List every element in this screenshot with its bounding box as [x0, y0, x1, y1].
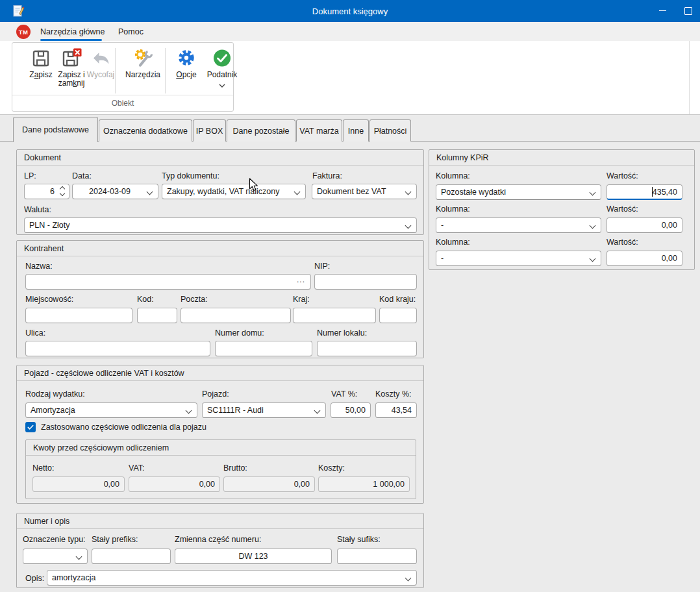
typ-dokumentu-combobox[interactable]: Zakupy, wydatki, VAT naliczony [162, 184, 306, 199]
pojazd-combobox[interactable]: SC1111R - Audi [202, 402, 326, 418]
undo-label: Wycofaj [87, 71, 115, 79]
chevron-down-icon [76, 554, 82, 560]
nazwa-input[interactable]: ... [25, 274, 311, 290]
kolumna-label: Kolumna: [436, 171, 470, 180]
minimize-icon [659, 10, 666, 11]
kolumna-combobox-2[interactable]: - [436, 217, 601, 233]
taxpayer-button[interactable]: Podatnik [203, 48, 241, 90]
taxpayer-label: Podatnik [207, 71, 238, 79]
tools-icon [132, 48, 153, 69]
group-dokument-title: Dokument [17, 150, 423, 166]
chevron-down-icon [314, 408, 321, 414]
tab-oznaczenia-dodatkowe[interactable]: Oznaczenia dodatkowe [99, 119, 192, 142]
wartosc-input-2[interactable]: 0,00 [606, 217, 682, 233]
group-kolumny-kpir: Kolumny KPiR Kolumna: Wartość: Pozostałe… [429, 149, 695, 270]
koszty-label: Koszty: [318, 463, 345, 473]
lp-spinner[interactable]: 6 [24, 184, 69, 199]
options-gear-icon [176, 48, 197, 69]
numer-domu-input[interactable] [215, 341, 312, 356]
wartosc-input-3[interactable]: 0,00 [606, 251, 682, 266]
tab-platnosci[interactable]: Płatności [369, 119, 411, 142]
poczta-input[interactable] [181, 308, 291, 323]
czesciowe-odliczenia-checkbox[interactable] [25, 422, 36, 432]
window-title: Dokument księgowy [0, 6, 700, 16]
options-button[interactable]: Opcje [171, 48, 202, 79]
undo-button[interactable]: Wycofaj [82, 48, 119, 79]
save-label: Zapisz [29, 71, 52, 79]
kod-label: Kod: [137, 295, 154, 304]
kolumna-label: Kolumna: [436, 204, 470, 214]
browse-button[interactable]: ... [297, 275, 305, 284]
tools-button[interactable]: Narzędzia [120, 48, 166, 79]
save-close-label: Zapisz i zamknij [58, 71, 84, 88]
ribbon-tab-home[interactable]: Narzędzia główne [40, 22, 105, 41]
group-numer-i-opis: Numer i opis Oznaczenie typu: Stały pref… [16, 513, 424, 588]
waluta-combobox[interactable]: PLN - Złoty [24, 217, 417, 233]
nip-label: NIP: [314, 262, 330, 271]
spinner-arrows-icon[interactable] [60, 187, 64, 195]
chevron-down-icon [590, 256, 596, 262]
maximize-button[interactable] [675, 0, 700, 21]
kraj-input[interactable] [293, 308, 376, 323]
wartosc-label: Wartość: [606, 204, 638, 214]
checkmark-icon [27, 423, 34, 431]
brutto-label: Brutto: [223, 463, 247, 473]
wartosc-input-1[interactable]: 435,40 [606, 184, 682, 200]
numer-lokalu-input[interactable] [317, 341, 417, 356]
data-combobox[interactable]: 2024-03-09 [72, 184, 158, 199]
staly-prefiks-input[interactable] [92, 549, 171, 564]
chevron-down-icon [219, 80, 225, 90]
group-kontrahent-title: Kontrahent [17, 241, 423, 256]
wartosc-label: Wartość: [606, 238, 638, 247]
chevron-down-icon [590, 223, 596, 229]
nip-input[interactable] [314, 274, 417, 290]
kraj-label: Kraj: [293, 295, 310, 304]
ribbon-group-label: Obiekt [12, 95, 233, 111]
opis-combobox[interactable]: amortyzacja [47, 570, 417, 586]
group-kwoty: Kwoty przed częściowym odliczeniem Netto… [25, 439, 416, 499]
miejscowosc-label: Miejscowość: [25, 295, 73, 304]
vat-procent-input[interactable]: 50,00 [331, 402, 371, 418]
minimize-button[interactable] [649, 0, 675, 21]
save-icon [31, 48, 51, 69]
oznaczenie-typu-label: Oznaczenie typu: [23, 535, 86, 544]
kolumna-combobox-1[interactable]: Pozostałe wydatki [436, 184, 601, 200]
koszty-procent-label: Koszty %: [375, 389, 412, 399]
netto-label: Netto: [32, 463, 54, 473]
koszty-input: 1 000,00 [318, 476, 410, 492]
tab-inne[interactable]: Inne [343, 119, 369, 142]
opis-label: Opis: [25, 574, 44, 583]
rodzaj-wydatku-label: Rodzaj wydatku: [25, 389, 85, 399]
staly-sufiks-input[interactable] [337, 549, 417, 564]
koszty-procent-input[interactable]: 43,54 [375, 402, 417, 418]
oznaczenie-typu-combobox[interactable] [23, 549, 88, 564]
save-close-icon [61, 48, 82, 69]
chevron-down-icon [405, 189, 412, 195]
chevron-down-icon [405, 575, 412, 582]
ulica-input[interactable] [25, 341, 210, 356]
kolumna-label: Kolumna: [436, 238, 470, 247]
tab-vat-marza[interactable]: VAT marża [296, 119, 342, 142]
app-logo[interactable]: TM [16, 25, 31, 39]
zmienna-czesc-label: Zmienna część numeru: [175, 535, 261, 544]
faktura-label: Faktura: [312, 171, 342, 180]
tab-dane-podstawowe[interactable]: Dane podstawowe [13, 117, 98, 142]
miejscowosc-input[interactable] [25, 308, 132, 323]
ribbon-edge-divider [689, 41, 690, 114]
brutto-input: 0,00 [223, 476, 315, 492]
lp-label: LP: [24, 171, 36, 180]
tab-dane-pozostale[interactable]: Dane pozostałe [227, 119, 295, 142]
kod-kraju-input[interactable] [379, 308, 417, 323]
kod-input[interactable] [137, 308, 177, 323]
ribbon-tab-help[interactable]: Pomoc [118, 22, 144, 41]
vat-label: VAT: [129, 463, 145, 473]
tab-ip-box[interactable]: IP BOX [193, 119, 226, 142]
taxpayer-check-icon [212, 48, 232, 69]
faktura-combobox[interactable]: Dokument bez VAT [312, 184, 417, 199]
rodzaj-wydatku-combobox[interactable]: Amortyzacja [25, 402, 197, 418]
kolumna-combobox-3[interactable]: - [436, 251, 601, 266]
group-pojazd-title: Pojazd - częściowe odliczenie VAT i kosz… [17, 365, 423, 381]
czesciowe-odliczenia-label: Zastosowano częściowe odliczenia dla poj… [41, 423, 206, 432]
mouse-cursor [249, 178, 258, 195]
zmienna-czesc-input[interactable]: DW 123 [175, 549, 332, 564]
